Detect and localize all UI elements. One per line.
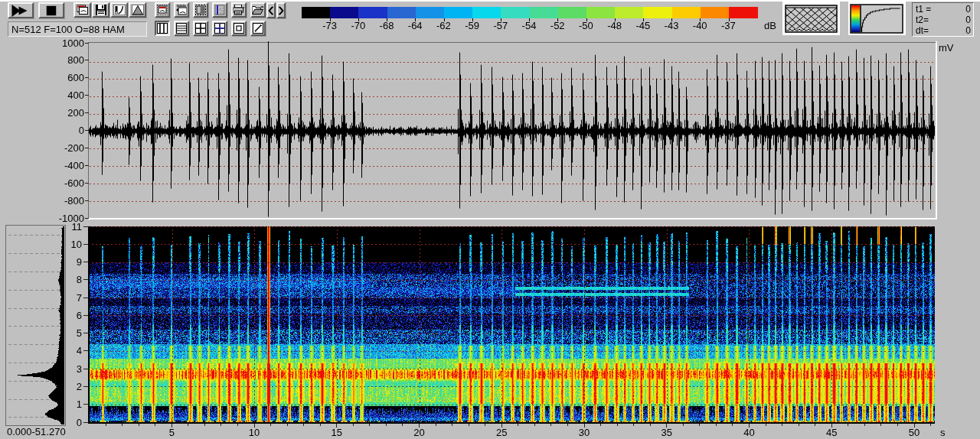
svg-text:S: S [219, 6, 224, 15]
